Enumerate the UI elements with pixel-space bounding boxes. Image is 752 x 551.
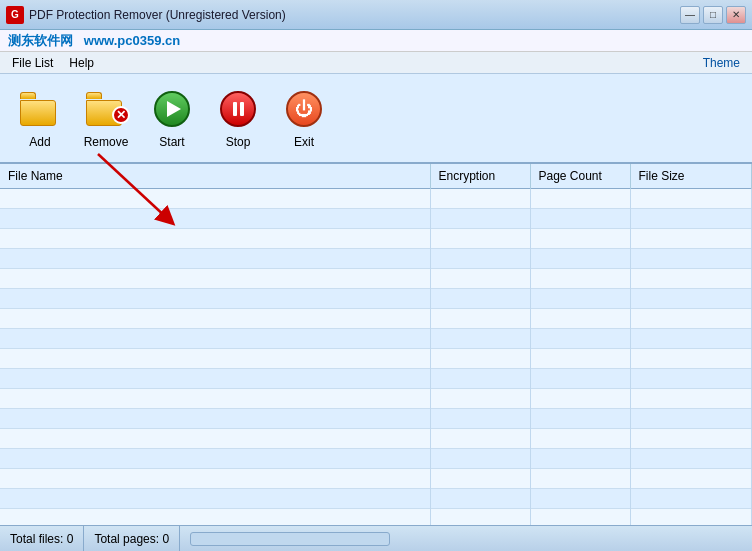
- menu-help[interactable]: Help: [61, 54, 102, 72]
- col-header-encryption: Encryption: [430, 164, 530, 189]
- table-row: [0, 509, 752, 526]
- window-title: PDF Protection Remover (Unregistered Ver…: [29, 8, 286, 22]
- progress-area: [180, 526, 752, 551]
- total-files-text: Total files: 0: [10, 532, 73, 546]
- table-row: [0, 449, 752, 469]
- status-bar: Total files: 0 Total pages: 0: [0, 525, 752, 551]
- main-content: File Name Encryption Page Count File Siz…: [0, 164, 752, 525]
- close-button[interactable]: ✕: [726, 6, 746, 24]
- menu-bar: File List Help Theme: [0, 52, 752, 74]
- table-row: [0, 389, 752, 409]
- table-row: [0, 409, 752, 429]
- add-label: Add: [29, 135, 50, 149]
- start-icon: [150, 87, 194, 131]
- exit-button[interactable]: ⏻ Exit: [274, 83, 334, 153]
- maximize-button[interactable]: □: [703, 6, 723, 24]
- app-icon: G: [6, 6, 24, 24]
- table-row: [0, 369, 752, 389]
- stop-button[interactable]: Stop: [208, 83, 268, 153]
- watermark-text: 测东软件网 www.pc0359.cn: [8, 32, 180, 50]
- minimize-button[interactable]: —: [680, 6, 700, 24]
- table-row: [0, 209, 752, 229]
- table-row: [0, 469, 752, 489]
- menu-file-list[interactable]: File List: [4, 54, 61, 72]
- stop-label: Stop: [226, 135, 251, 149]
- total-pages-text: Total pages: 0: [94, 532, 169, 546]
- title-bar: G PDF Protection Remover (Unregistered V…: [0, 0, 752, 30]
- add-button[interactable]: Add: [10, 83, 70, 153]
- stop-icon: [216, 87, 260, 131]
- table-row: [0, 249, 752, 269]
- table-row: [0, 349, 752, 369]
- remove-icon: ✕: [84, 87, 128, 131]
- progress-bar: [190, 532, 390, 546]
- start-button[interactable]: Start: [142, 83, 202, 153]
- remove-label: Remove: [84, 135, 129, 149]
- col-header-filesize: File Size: [630, 164, 752, 189]
- toolbar: Add ✕ Remove Start: [0, 74, 752, 164]
- menu-theme[interactable]: Theme: [695, 54, 748, 72]
- exit-label: Exit: [294, 135, 314, 149]
- col-header-filename: File Name: [0, 164, 430, 189]
- table-row: [0, 269, 752, 289]
- table-row: [0, 289, 752, 309]
- table-body: [0, 189, 752, 526]
- remove-button[interactable]: ✕ Remove: [76, 83, 136, 153]
- start-label: Start: [159, 135, 184, 149]
- table-row: [0, 309, 752, 329]
- table-row: [0, 189, 752, 209]
- watermark-bar: 测东软件网 www.pc0359.cn: [0, 30, 752, 52]
- table-row: [0, 229, 752, 249]
- table-header-row: File Name Encryption Page Count File Siz…: [0, 164, 752, 189]
- table-row: [0, 489, 752, 509]
- col-header-pagecount: Page Count: [530, 164, 630, 189]
- add-icon: [18, 87, 62, 131]
- total-files-status: Total files: 0: [0, 526, 84, 551]
- table-row: [0, 329, 752, 349]
- table-row: [0, 429, 752, 449]
- window-controls: — □ ✕: [680, 6, 746, 24]
- total-pages-status: Total pages: 0: [84, 526, 180, 551]
- exit-icon: ⏻: [282, 87, 326, 131]
- file-table: File Name Encryption Page Count File Siz…: [0, 164, 752, 525]
